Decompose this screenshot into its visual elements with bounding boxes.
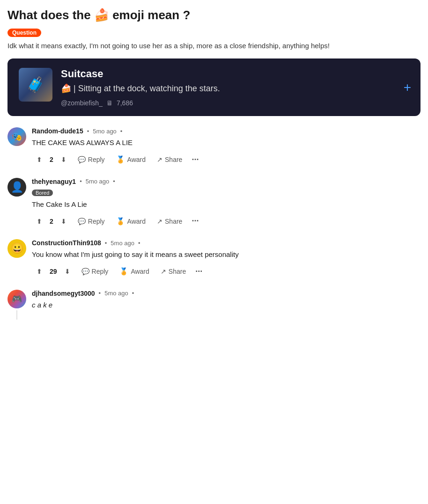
comment-3-body: ConstructionThin9108 • 5mo ago • You kno… [32,239,421,278]
comment-2-more-button[interactable]: ··· [189,214,201,228]
reply-icon-3: 💬 [81,268,89,275]
avatar-icon-4: 🎮 [12,294,22,304]
comment-2-flair: Bored [32,190,53,196]
comment-1-downvote[interactable]: ⬇ [56,154,71,165]
comment-2-vote-count: 2 [48,218,55,225]
comment-2-body: thehyenaguy1 • 5mo ago • Bored The Cake … [32,178,421,228]
comment-3-dot2: • [138,240,140,247]
card-name: Suitcase [61,68,409,80]
card-status: 🍰 | Sitting at the dock, watching the st… [61,83,409,95]
avatar-djhandsomegyt3000: 🎮 [7,290,26,308]
card-emoji: 🍰 [61,84,71,93]
comment-3-share-label: Share [169,268,186,275]
comment-3-time: 5mo ago [111,240,134,247]
award-icon-1: 🏅 [116,155,125,164]
award-icon-3: 🏅 [119,267,128,276]
avatar-icon-2: 👤 [11,181,23,193]
upvote-icon-3: ⬆ [37,268,42,275]
comment-4-body: djhandsomegyt3000 • 5mo ago • c a k e [32,290,421,315]
comment-4-text: c a k e [32,300,421,311]
comment-1-time: 5mo ago [93,128,117,135]
card-followers-icon: 🖥 [106,99,113,107]
cake-emoji: 🍰 [94,8,112,22]
comment-2-share-label: Share [165,218,182,225]
comment-2-header: thehyenaguy1 • 5mo ago • [32,178,421,185]
card-followers: 7,686 [117,99,133,107]
comment-1-reply-button[interactable]: 💬 Reply [73,154,110,165]
card-status-text: | Sitting at the dock, watching the star… [74,84,220,93]
post-body: Idk what it means exactly, I'm not going… [7,41,421,51]
avatar-icon-3: 😀 [11,242,23,255]
comment-1-share-button[interactable]: ↗ Share [152,154,187,165]
avatar-random-dude15: 🎭 [7,127,26,146]
comment-4-header: djhandsomegyt3000 • 5mo ago • [32,290,421,297]
share-icon-2: ↗ [157,218,162,225]
card-meta: @zombiefish_ 🖥 7,686 [61,99,409,107]
comment-3-username: ConstructionThin9108 [32,239,101,247]
comment-3-reply-button[interactable]: 💬 Reply [77,266,113,277]
downvote-icon-3: ⬇ [65,268,70,275]
avatar-constructionthin9108: 😀 [7,239,26,258]
comments-section: 🎭 Random-dude15 • 5mo ago • THE CAKE WAS… [7,127,421,315]
title-text-prefix: What does the [7,8,91,22]
comment-1-award-button[interactable]: 🏅 Award [111,153,150,166]
comment-2-dot2: • [113,178,115,185]
share-icon-1: ↗ [157,156,162,163]
comment-2-share-button[interactable]: ↗ Share [152,216,187,227]
comment-2-votes: ⬆ 2 ⬇ [32,216,71,227]
comment-2-time: 5mo ago [86,178,110,185]
comment-2-award-label: Award [127,218,146,225]
comment-1-actions: ⬆ 2 ⬇ 💬 Reply 🏅 Award ↗ Share [32,153,421,167]
comment-1-text: THE CAKE WAS ALWAYS A LIE [32,138,421,148]
comment-4-username: djhandsomegyt3000 [32,290,95,297]
reply-icon-2: 💬 [78,218,86,225]
comment-2-award-button[interactable]: 🏅 Award [111,215,150,227]
comment-3-more-button[interactable]: ··· [192,265,205,278]
card-username: @zombiefish_ [61,99,103,107]
comment-1-header: Random-dude15 • 5mo ago • [32,127,421,135]
comment-2-reply-label: Reply [88,218,105,225]
card-content: Suitcase 🍰 | Sitting at the dock, watchi… [61,68,409,107]
comment-4: 🎮 djhandsomegyt3000 • 5mo ago • c a k e [7,290,421,315]
comment-2: 👤 thehyenaguy1 • 5mo ago • Bored The Cak… [7,178,421,228]
comment-4-dot: • [99,290,101,297]
upvote-icon-2: ⬆ [37,218,42,225]
comment-3-award-label: Award [131,268,149,275]
award-icon-2: 🏅 [116,217,125,226]
comment-3-dot: • [105,240,107,247]
title-text-suffix: emoji mean ? [112,8,190,22]
comment-3-vote-count: 29 [48,268,59,275]
comment-1-dot: • [87,128,89,135]
comment-1: 🎭 Random-dude15 • 5mo ago • THE CAKE WAS… [7,127,421,167]
comment-1-upvote[interactable]: ⬆ [32,154,47,165]
comment-3-award-button[interactable]: 🏅 Award [115,265,154,278]
share-icon-3: ↗ [161,268,166,275]
comment-1-reply-label: Reply [88,156,105,163]
comment-3-reply-label: Reply [92,268,109,275]
comment-1-body: Random-dude15 • 5mo ago • THE CAKE WAS A… [32,127,421,167]
comment-3: 😀 ConstructionThin9108 • 5mo ago • You k… [7,239,421,278]
comment-1-share-label: Share [165,156,182,163]
comment-4-time: 5mo ago [104,290,128,297]
comment-1-votes: ⬆ 2 ⬇ [32,154,71,165]
comment-2-text: The Cake Is A Lie [32,199,421,210]
comment-2-username: thehyenaguy1 [32,178,76,185]
comment-3-votes: ⬆ 29 ⬇ [32,266,75,277]
comment-1-award-label: Award [127,156,146,163]
page-title: What does the 🍰 emoji mean ? [7,7,421,23]
avatar-thehyenaguy1: 👤 [7,178,26,197]
comment-3-upvote[interactable]: ⬆ [32,266,47,277]
comment-2-reply-button[interactable]: 💬 Reply [73,216,110,227]
comment-3-share-button[interactable]: ↗ Share [156,266,191,277]
reply-icon-1: 💬 [78,156,86,163]
card-plus-button[interactable]: + [404,80,411,95]
comment-2-upvote[interactable]: ⬆ [32,216,47,227]
comment-1-dot2: • [120,128,123,135]
card-avatar: 🧳 [19,68,52,102]
downvote-icon-1: ⬇ [61,156,66,163]
comment-2-downvote[interactable]: ⬇ [56,216,71,227]
comment-3-downvote[interactable]: ⬇ [60,266,75,277]
comment-3-actions: ⬆ 29 ⬇ 💬 Reply 🏅 Award ↗ Shar [32,265,421,278]
downvote-icon-2: ⬇ [61,218,66,225]
comment-1-more-button[interactable]: ··· [189,153,201,167]
